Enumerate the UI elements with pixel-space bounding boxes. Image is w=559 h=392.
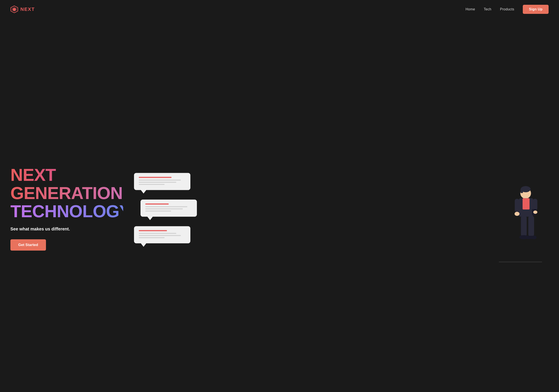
nav-link-products[interactable]: Products — [500, 7, 514, 11]
bubble-2-gray-line-3 — [145, 211, 171, 212]
hero-illustration — [123, 152, 549, 264]
get-started-button[interactable]: Get Started — [10, 239, 46, 250]
nav-link-tech[interactable]: Tech — [484, 7, 491, 11]
chat-bubble-2 — [140, 200, 197, 217]
hero-section: NEXT GENERATION TECHNOLOGY See what make… — [0, 19, 559, 392]
hero-title-line2: GENERATION — [10, 184, 123, 202]
svg-point-17 — [532, 236, 537, 239]
bubble-3-gray-line-1 — [139, 233, 176, 234]
bubble-1-red-line — [139, 177, 171, 178]
nav-item-signup[interactable]: Sign Up — [523, 5, 549, 14]
logo[interactable]: NEXT — [10, 5, 35, 13]
nav-item-tech[interactable]: Tech — [484, 7, 491, 11]
svg-point-9 — [514, 212, 520, 216]
bubble-3-red-line — [139, 230, 167, 231]
logo-text: NEXT — [20, 7, 35, 12]
hero-subtitle: See what makes us different. — [10, 227, 123, 232]
nav-item-home[interactable]: Home — [466, 7, 475, 11]
svg-rect-13 — [521, 216, 527, 237]
hero-title-line1: NEXT — [10, 166, 123, 184]
bubble-3-gray-line-2 — [139, 235, 181, 236]
svg-point-12 — [533, 211, 537, 214]
chat-bubble-1 — [134, 173, 190, 190]
svg-rect-10 — [533, 199, 537, 210]
navbar: NEXT Home Tech Products Sign Up — [0, 0, 559, 19]
chat-bubbles — [134, 173, 197, 243]
person-svg — [503, 183, 542, 261]
bubble-2-gray-line-2 — [145, 209, 183, 209]
svg-rect-7 — [522, 198, 530, 209]
ground-shadow — [499, 262, 542, 262]
nav-links: Home Tech Products Sign Up — [466, 5, 549, 14]
hero-title: NEXT GENERATION TECHNOLOGY — [10, 166, 123, 221]
svg-rect-8 — [515, 199, 519, 212]
bubble-2-gray-line-1 — [145, 206, 187, 207]
chat-bubble-3 — [134, 226, 190, 243]
hero-content: NEXT GENERATION TECHNOLOGY See what make… — [10, 166, 123, 250]
svg-rect-5 — [521, 189, 523, 193]
nav-item-products[interactable]: Products — [500, 7, 514, 11]
signup-button[interactable]: Sign Up — [523, 5, 549, 14]
bubble-2-red-line — [145, 204, 169, 205]
bubble-3-gray-line-3 — [139, 237, 165, 238]
svg-rect-14 — [528, 216, 534, 237]
logo-icon — [10, 5, 18, 13]
bubble-1-gray-line-1 — [139, 180, 181, 181]
person-illustration — [503, 183, 542, 262]
hero-title-line3: TECHNOLOGY — [10, 202, 123, 221]
nav-link-home[interactable]: Home — [466, 7, 475, 11]
bubble-1-gray-line-2 — [139, 182, 176, 183]
bubble-1-gray-line-3 — [139, 184, 165, 185]
